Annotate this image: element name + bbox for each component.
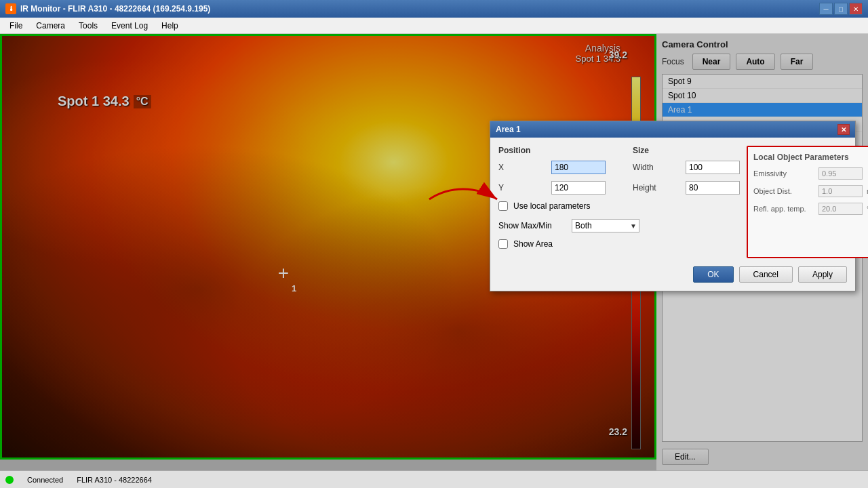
show-maxmin-row: Show Max/Min Both Max Min None ▼ bbox=[498, 219, 740, 232]
show-area-row: Show Area bbox=[498, 239, 740, 249]
menu-tools[interactable]: Tools bbox=[72, 20, 104, 32]
show-maxmin-dropdown-wrapper: Both Max Min None ▼ bbox=[572, 219, 639, 232]
refl-temp-input[interactable] bbox=[818, 203, 863, 215]
use-local-row: Use local parameters bbox=[498, 201, 740, 211]
camera-control-title: Camera Control bbox=[662, 39, 863, 49]
modal-title-bar: Area 1 ✕ bbox=[490, 121, 855, 138]
window-controls: ─ □ ✕ bbox=[819, 3, 863, 15]
window-title: IR Monitor - FLIR A310 - 48222664 (169.2… bbox=[20, 4, 210, 14]
temp-unit: °C bbox=[134, 95, 151, 108]
spot-temp-value: 34.3 bbox=[103, 94, 130, 108]
maximize-button[interactable]: □ bbox=[834, 3, 848, 15]
object-dist-label: Object Dist. bbox=[753, 187, 814, 195]
connection-status: Connected bbox=[27, 476, 63, 484]
cancel-button[interactable]: Cancel bbox=[739, 266, 793, 283]
use-local-checkbox[interactable] bbox=[498, 201, 508, 211]
close-button[interactable]: ✕ bbox=[849, 3, 863, 15]
modal-title: Area 1 bbox=[496, 125, 521, 134]
object-dist-input[interactable] bbox=[818, 185, 863, 197]
refl-temp-label: Refl. app. temp. bbox=[753, 205, 814, 213]
y-label: Y bbox=[498, 183, 546, 192]
height-field-group: Height bbox=[633, 181, 740, 195]
x-input[interactable] bbox=[551, 161, 606, 174]
x-field-group: X bbox=[498, 161, 606, 174]
menu-event-log[interactable]: Event Log bbox=[104, 20, 155, 32]
width-input[interactable] bbox=[686, 161, 740, 174]
menu-camera[interactable]: Camera bbox=[29, 20, 72, 32]
device-name: FLIR A310 - 48222664 bbox=[77, 476, 152, 484]
width-label: Width bbox=[633, 163, 680, 172]
size-section: Size Width Height bbox=[633, 146, 740, 201]
local-params-title: Local Object Parameters bbox=[753, 152, 868, 162]
focus-label: Focus bbox=[662, 57, 684, 66]
status-bar: Connected FLIR A310 - 48222664 bbox=[0, 470, 868, 488]
ok-button[interactable]: OK bbox=[693, 266, 733, 283]
modal-body: Position X Y Size bbox=[490, 138, 855, 266]
area-dialog[interactable]: Area 1 ✕ Position X bbox=[490, 121, 856, 291]
focus-row: Focus Near Auto Far bbox=[662, 54, 863, 70]
y-field-group: Y bbox=[498, 181, 606, 195]
list-item-spot9[interactable]: Spot 9 bbox=[663, 75, 862, 89]
emissivity-input[interactable] bbox=[818, 167, 863, 180]
spot-temperature: Spot 1 34.3 bbox=[58, 94, 130, 109]
temp-low: 23.2 bbox=[609, 426, 627, 437]
refl-temp-row: Refl. app. temp. °C bbox=[753, 203, 868, 215]
main-content: Spot 1 34.3 °C Analysis Spot 1 34.3 39.2… bbox=[0, 34, 868, 470]
position-label: Position bbox=[498, 146, 606, 155]
height-label: Height bbox=[633, 183, 680, 192]
local-params-section: Local Object Parameters Emissivity Objec… bbox=[747, 146, 868, 258]
width-field-group: Width bbox=[633, 161, 740, 174]
show-maxmin-select[interactable]: Both Max Min None bbox=[572, 219, 639, 232]
pos-size-wrapper: Position X Y Size bbox=[498, 146, 740, 201]
auto-button[interactable]: Auto bbox=[736, 54, 774, 70]
list-item-area1[interactable]: Area 1 bbox=[663, 103, 862, 117]
modal-close-button[interactable]: ✕ bbox=[837, 124, 850, 135]
apply-button[interactable]: Apply bbox=[798, 266, 847, 283]
emissivity-row: Emissivity bbox=[753, 167, 868, 180]
use-local-label: Use local parameters bbox=[513, 201, 590, 211]
connection-indicator bbox=[5, 476, 14, 484]
title-bar: 🌡 IR Monitor - FLIR A310 - 48222664 (169… bbox=[0, 0, 868, 18]
edit-button[interactable]: Edit... bbox=[662, 449, 709, 465]
show-area-label: Show Area bbox=[513, 239, 553, 249]
temp-high: 39.2 bbox=[609, 49, 627, 60]
spot-indicator: Spot 1 34.3 °C bbox=[58, 94, 151, 109]
modal-footer: OK Cancel Apply bbox=[490, 266, 855, 291]
crosshair bbox=[270, 260, 297, 287]
camera-control-section: Camera Control Focus Near Auto Far bbox=[662, 39, 863, 70]
show-maxmin-label: Show Max/Min bbox=[498, 221, 566, 230]
far-button[interactable]: Far bbox=[781, 54, 814, 70]
spot-label: Spot 1 bbox=[58, 94, 99, 108]
size-label: Size bbox=[633, 146, 740, 155]
minimize-button[interactable]: ─ bbox=[819, 3, 833, 15]
show-area-checkbox[interactable] bbox=[498, 239, 508, 249]
y-input[interactable] bbox=[551, 181, 606, 195]
emissivity-label: Emissivity bbox=[753, 169, 814, 178]
app-icon: 🌡 bbox=[5, 3, 16, 14]
near-button[interactable]: Near bbox=[692, 54, 731, 70]
list-item-spot10[interactable]: Spot 10 bbox=[663, 89, 862, 103]
area-label: 1 bbox=[292, 283, 296, 293]
position-section: Position X Y bbox=[498, 146, 606, 201]
modal-left-section: Position X Y Size bbox=[498, 146, 740, 258]
object-dist-row: Object Dist. m bbox=[753, 185, 868, 197]
menu-bar: File Camera Tools Event Log Help bbox=[0, 18, 868, 34]
x-label: X bbox=[498, 163, 546, 172]
height-input[interactable] bbox=[686, 181, 740, 195]
menu-file[interactable]: File bbox=[3, 20, 29, 32]
menu-help[interactable]: Help bbox=[155, 20, 185, 32]
